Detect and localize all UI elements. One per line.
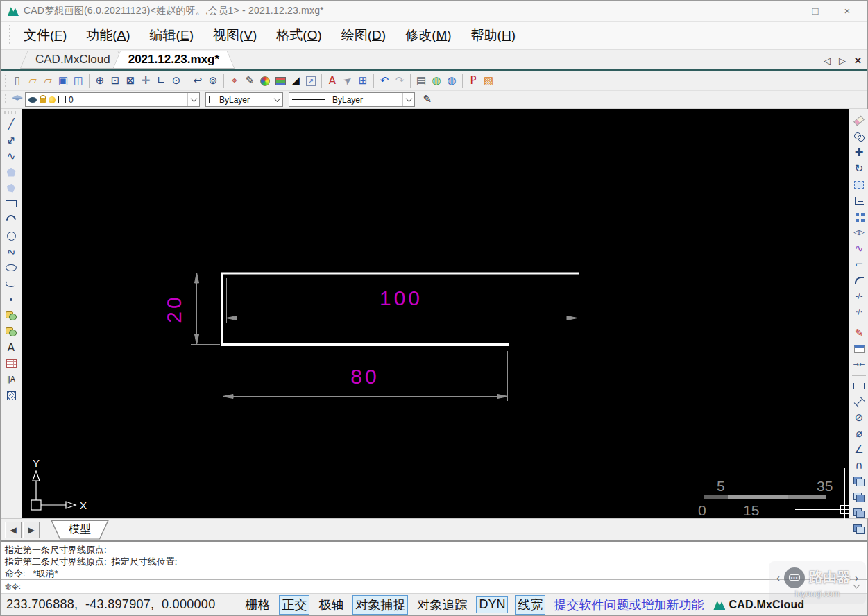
tool-select-window[interactable] — [851, 177, 867, 192]
export-pdf[interactable]: P — [466, 74, 481, 89]
text-style[interactable]: A — [325, 74, 340, 89]
select-cursor[interactable]: ➤ — [340, 74, 355, 89]
color-combo[interactable]: ByLayer — [205, 92, 283, 107]
measure-angle[interactable]: ∟ — [153, 74, 169, 89]
zoom-in[interactable]: ⊕ — [92, 74, 108, 89]
tool-rectangle[interactable] — [3, 196, 19, 212]
tab-cad-mxcloud[interactable]: CAD.MxCloud — [20, 51, 126, 69]
web-sync[interactable]: ◍ — [444, 74, 459, 89]
tool-polygon[interactable] — [3, 164, 19, 180]
tab-close-icon[interactable]: ✕ — [854, 55, 862, 66]
menu-file[interactable]: 文件(F) — [14, 26, 76, 44]
menu-draw[interactable]: 绘图(D) — [332, 26, 395, 44]
tab-document[interactable]: 2021.12.23.mxg* — [113, 51, 235, 69]
layer-combo[interactable]: 0 — [25, 92, 200, 107]
drawing-canvas[interactable]: 100 20 80 — [22, 109, 849, 518]
toggle-lineweight[interactable]: 线宽 — [515, 595, 545, 615]
zoom-extents[interactable]: ⊠ — [123, 74, 138, 89]
export-image[interactable]: ▧ — [481, 74, 496, 89]
menu-edit[interactable]: 编辑(E) — [140, 26, 203, 44]
tool-hatch[interactable] — [3, 388, 19, 403]
menu-help[interactable]: 帮助(H) — [461, 26, 525, 44]
lineweight-wedge[interactable]: ◢ — [288, 74, 303, 89]
redo[interactable]: ↷ — [392, 74, 407, 89]
tool-vertical-text[interactable]: ‖A — [3, 372, 19, 387]
toggle-dyn[interactable]: DYN — [476, 596, 508, 613]
zoom-object[interactable]: ⊙ — [169, 74, 184, 89]
tool-ellipse-arc[interactable] — [3, 276, 19, 291]
tool-point[interactable] — [3, 292, 19, 307]
tab-model[interactable]: 模型 — [51, 520, 109, 540]
color-combo-dropdown[interactable] — [271, 93, 282, 106]
tool-mirror[interactable]: ◁▷ — [851, 225, 867, 240]
tool-chamfer[interactable]: ⌐ — [851, 257, 867, 272]
menu-view[interactable]: 视图(V) — [203, 26, 266, 44]
open-file[interactable]: ▱ — [25, 74, 40, 89]
layer-combo-dropdown[interactable] — [187, 93, 199, 106]
tool-spline[interactable]: ∿ — [3, 244, 19, 259]
zoom-scale[interactable]: ⊚ — [205, 74, 221, 89]
save-as[interactable]: ◫ — [71, 74, 86, 89]
layout-prev-button[interactable]: ◀ — [5, 522, 22, 538]
tool-move[interactable]: ✚ — [851, 145, 867, 160]
color-palette[interactable] — [257, 74, 273, 89]
tab-scroll-right-icon[interactable]: ▷ — [839, 55, 846, 66]
tool-offset[interactable] — [851, 193, 867, 208]
feedback-link[interactable]: 提交软件问题或增加新功能 — [554, 597, 704, 613]
tool-copy[interactable] — [851, 129, 867, 144]
menu-modify[interactable]: 修改(M) — [395, 26, 461, 44]
pan[interactable]: ✛ — [138, 74, 153, 89]
command-input[interactable]: 命令: — [1, 580, 867, 593]
tool-break[interactable]: -/- — [851, 289, 867, 304]
toggle-grid[interactable]: 栅格 — [243, 596, 272, 614]
tool-match-properties[interactable]: ✎ — [851, 325, 867, 341]
tool-ellipse[interactable] — [3, 260, 19, 275]
edit-pen[interactable]: ✎ — [242, 74, 257, 89]
tool-erase[interactable] — [851, 113, 867, 128]
tool-array[interactable] — [851, 209, 867, 224]
new-file[interactable]: ▯ — [10, 74, 25, 89]
print[interactable]: ▤ — [414, 74, 429, 89]
tool-text[interactable]: A — [3, 340, 19, 355]
layer-manager-button[interactable] — [10, 92, 25, 108]
tool-polyline-edit[interactable]: ∿ — [851, 241, 867, 256]
open-cloud[interactable]: ▱ — [40, 74, 56, 89]
tool-polyline[interactable]: ∿ — [3, 148, 19, 164]
toggle-osnap[interactable]: 对象捕捉 — [352, 595, 408, 615]
undo[interactable]: ↶ — [377, 74, 392, 89]
command-history[interactable]: 指定第一条尺寸界线原点:指定第二条尺寸界线原点: 指定尺寸线位置:命令: *取消… — [1, 542, 867, 580]
match-properties-button[interactable]: ✎ — [420, 92, 436, 108]
tool-edit-block[interactable] — [851, 341, 867, 357]
draw-order-front[interactable] — [851, 474, 867, 489]
tool-break-at-point[interactable]: ·/· — [851, 305, 867, 320]
tab-scroll-left-icon[interactable]: ◁ — [824, 55, 831, 66]
draw-order-back[interactable] — [851, 490, 867, 505]
export-view[interactable]: ↗ — [303, 74, 318, 89]
toggle-polar[interactable]: 极轴 — [316, 596, 346, 614]
tool-irregular-polygon[interactable] — [3, 180, 19, 196]
point-locate[interactable]: ⌖ — [227, 74, 242, 89]
tool-arc[interactable] — [3, 212, 19, 228]
save[interactable]: ▣ — [56, 74, 71, 89]
web-home[interactable]: ◍ — [429, 74, 444, 89]
dim-radius[interactable]: ⊘ — [851, 410, 867, 425]
tool-circle[interactable] — [3, 228, 19, 243]
dim-diameter[interactable]: ⌀ — [851, 426, 867, 441]
layout-next-button[interactable]: ▶ — [23, 522, 40, 538]
linetype-combo[interactable]: ByLayer — [289, 92, 415, 107]
tool-join[interactable]: →← — [851, 357, 867, 373]
zoom-window[interactable]: ⊡ — [108, 74, 123, 89]
tool-rotate[interactable]: ↻ — [851, 161, 867, 176]
linetype-combo-dropdown[interactable] — [402, 93, 414, 106]
named-views[interactable]: ⊞ — [355, 74, 371, 89]
dim-angular[interactable]: ∠ — [851, 442, 867, 457]
tool-make-block[interactable] — [3, 324, 19, 339]
toggle-otrack[interactable]: 对象追踪 — [415, 596, 469, 614]
minimize-button[interactable]: – — [767, 1, 799, 21]
dim-arc-length[interactable]: ∩ — [851, 458, 867, 473]
tool-construction-line[interactable]: ↔ — [3, 132, 19, 148]
tool-table[interactable] — [3, 356, 19, 371]
maximize-button[interactable]: □ — [799, 1, 831, 21]
tool-fillet[interactable] — [851, 273, 867, 288]
tool-line[interactable]: ╱ — [3, 117, 19, 132]
